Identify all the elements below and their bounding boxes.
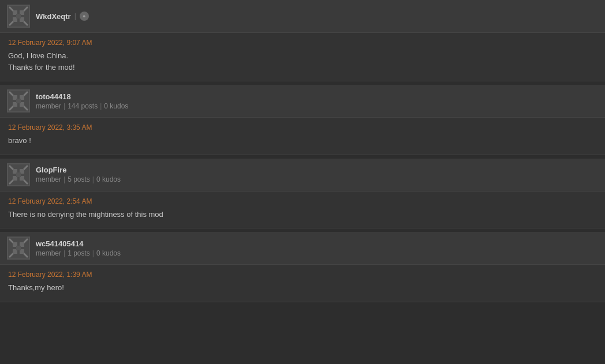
comment-body: 12 February 2022, 3:35 AMbravo ! xyxy=(0,118,605,155)
meta-separator: | xyxy=(100,102,102,110)
meta-separator: | xyxy=(64,102,65,110)
post-count: 144 posts xyxy=(68,102,98,110)
comment-block: GlopFiremember|5 posts|0 kudos12 Februar… xyxy=(0,159,605,229)
avatar xyxy=(7,163,30,186)
comment-text: Thanks,my hero! xyxy=(8,282,597,294)
comment-block: wc541405414member|1 posts|0 kudos12 Febr… xyxy=(0,232,605,302)
user-meta: member|1 posts|0 kudos xyxy=(36,249,121,257)
comment-block: toto44418member|144 posts|0 kudos12 Febr… xyxy=(0,85,605,155)
comment-text: bravo ! xyxy=(8,135,597,147)
user-info: GlopFiremember|5 posts|0 kudos xyxy=(36,166,121,183)
avatar xyxy=(7,89,30,112)
user-role: member xyxy=(36,249,61,257)
user-role: member xyxy=(36,175,61,183)
user-meta: member|5 posts|0 kudos xyxy=(36,175,121,183)
comment-text: There is no denying the mightiness of th… xyxy=(8,209,597,220)
username[interactable]: WkdXeqtr xyxy=(36,12,71,21)
comment-text: God, I love China.Thanks for the mod! xyxy=(8,50,597,73)
kudos-count: 0 kudos xyxy=(96,249,121,257)
meta-separator: | xyxy=(64,175,65,183)
comments-container: WkdXeqtr|●12 February 2022, 9:07 AMGod, … xyxy=(0,0,605,302)
comment-date: 12 February 2022, 1:39 AM xyxy=(8,271,597,279)
svg-rect-15 xyxy=(16,99,21,103)
avatar xyxy=(7,237,30,260)
svg-rect-7 xyxy=(16,14,21,18)
meta-separator: | xyxy=(92,175,94,183)
comment-date: 12 February 2022, 3:35 AM xyxy=(8,123,597,132)
comment-body: 12 February 2022, 2:54 AMThere is no den… xyxy=(0,192,605,228)
user-info: toto44418member|144 posts|0 kudos xyxy=(36,92,128,110)
username[interactable]: wc541405414 xyxy=(36,239,83,248)
separator: | xyxy=(74,12,76,20)
meta-separator: | xyxy=(64,249,65,257)
comment-header: WkdXeqtr|● xyxy=(0,0,605,33)
comment-body: 12 February 2022, 1:39 AMThanks,my hero! xyxy=(0,265,605,302)
kudos-count: 0 kudos xyxy=(96,175,121,183)
user-role: member xyxy=(36,102,61,110)
comment-date: 12 February 2022, 2:54 AM xyxy=(8,197,597,205)
username[interactable]: GlopFire xyxy=(36,166,66,174)
user-meta: member|144 posts|0 kudos xyxy=(36,102,128,110)
comment-header: GlopFiremember|5 posts|0 kudos xyxy=(0,159,605,192)
comment-date: 12 February 2022, 9:07 AM xyxy=(8,39,597,47)
kudos-count: 0 kudos xyxy=(104,102,128,110)
svg-rect-31 xyxy=(16,246,21,250)
user-info: wc541405414member|1 posts|0 kudos xyxy=(36,239,121,257)
meta-separator: | xyxy=(92,249,94,257)
reputation-icon: ● xyxy=(80,12,89,21)
comment-header: wc541405414member|1 posts|0 kudos xyxy=(0,232,605,265)
svg-rect-23 xyxy=(16,172,21,177)
comment-header: toto44418member|144 posts|0 kudos xyxy=(0,85,605,118)
avatar xyxy=(7,5,30,28)
user-info: WkdXeqtr|● xyxy=(36,12,89,21)
comment-block: WkdXeqtr|●12 February 2022, 9:07 AMGod, … xyxy=(0,0,605,81)
post-count: 5 posts xyxy=(68,175,90,183)
username[interactable]: toto44418 xyxy=(36,92,71,101)
post-count: 1 posts xyxy=(68,249,90,257)
comment-body: 12 February 2022, 9:07 AMGod, I love Chi… xyxy=(0,33,605,81)
